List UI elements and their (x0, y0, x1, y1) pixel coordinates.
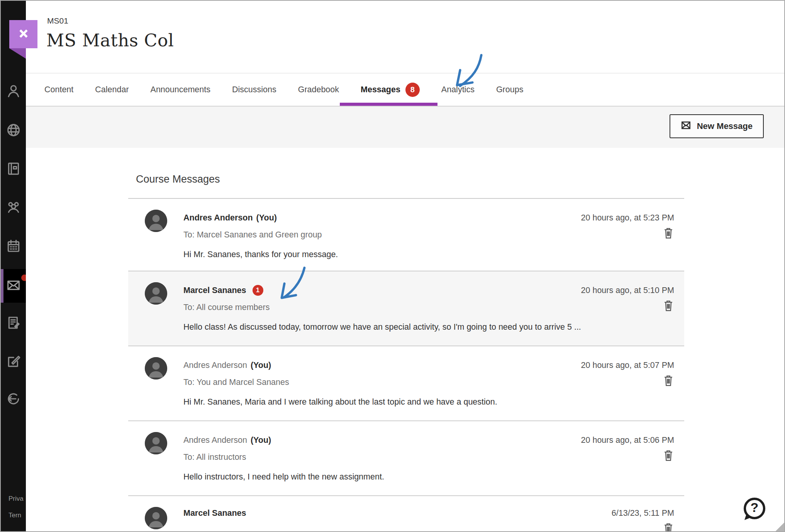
svg-text:?: ? (751, 500, 759, 515)
tab-calendar[interactable]: Calendar (84, 73, 139, 106)
message-list: Andres Anderson (You) To: Marcel Sananes… (128, 198, 684, 531)
person-icon (6, 83, 21, 100)
message-row[interactable]: Marcel Sananes 6/13/23, 5:11 PM (128, 496, 684, 531)
sender-you-suffix: (You) (251, 359, 271, 371)
tab-label: Analytics (441, 85, 475, 95)
tab-label: Groups (496, 85, 524, 95)
active-item-indicator (1, 269, 3, 303)
trash-icon (663, 457, 674, 463)
app-window: Priva Tern MS01 MS Maths Col Content Cal… (0, 0, 785, 532)
unread-count-badge: 1 (253, 285, 263, 296)
envelope-icon (681, 120, 691, 133)
recipients-line: To: All instructors (183, 451, 584, 463)
tab-messages[interactable]: Messages 8 (350, 73, 431, 106)
tab-label: Content (44, 85, 73, 95)
window-corner (776, 523, 784, 531)
course-messages-panel: Course Messages Andres Anderson (You) To… (26, 148, 784, 531)
tab-content[interactable]: Content (34, 73, 84, 106)
timestamp: 20 hours ago, at 5:23 PM (581, 212, 674, 224)
sender-line: Andres Anderson (You) (183, 434, 584, 446)
sign-out-icon (6, 391, 21, 408)
delete-message-button[interactable] (663, 299, 674, 312)
new-message-label: New Message (697, 121, 753, 131)
grades-notes-icon (6, 315, 21, 332)
messages-toolbar: New Message (26, 106, 784, 148)
avatar (145, 282, 167, 305)
sidebar-item-people-group[interactable] (1, 197, 26, 219)
sidebar-item-messages-envelope[interactable] (1, 269, 26, 303)
sender-line: Andres Anderson (You) (183, 359, 584, 371)
sender-you-suffix: (You) (256, 212, 277, 224)
course-code: MS01 (47, 16, 68, 25)
delete-message-button[interactable] (663, 449, 674, 461)
course-tab-bar: Content Calendar Announcements Discussio… (26, 73, 784, 106)
sidebar-item-globe[interactable] (1, 120, 26, 142)
message-preview: Hello instructors, I need help with the … (183, 471, 584, 483)
message-row[interactable]: Andres Anderson (You) To: All instructor… (128, 421, 684, 496)
course-header: MS01 MS Maths Col (26, 1, 784, 73)
recipients-line: To: Marcel Sananes and Green group (183, 229, 584, 241)
sidebar-item-courses-book[interactable] (1, 159, 26, 180)
tab-discussions[interactable]: Discussions (221, 73, 287, 106)
message-preview: Hi Mr. Sananes, thanks for your message. (183, 249, 584, 260)
tab-gradebook[interactable]: Gradebook (287, 73, 350, 106)
message-meta: 6/13/23, 5:11 PM (612, 507, 674, 531)
globe-icon (6, 122, 21, 139)
tab-analytics[interactable]: Analytics (431, 73, 485, 106)
avatar (145, 507, 167, 529)
tab-announcements[interactable]: Announcements (140, 73, 221, 106)
calendar-icon (6, 238, 21, 255)
help-question-bubble-icon: ? (740, 519, 768, 525)
message-row[interactable]: Andres Anderson (You) To: You and Marcel… (128, 346, 684, 421)
recipients-line: To: You and Marcel Sananes (183, 376, 584, 388)
privacy-link[interactable]: Priva (8, 495, 24, 503)
tab-label: Discussions (232, 85, 276, 95)
courses-book-icon (6, 161, 21, 178)
sidebar-item-calendar[interactable] (1, 236, 26, 258)
message-row[interactable]: Marcel Sananes 1 To: All course members … (128, 271, 684, 346)
delete-message-button[interactable] (663, 227, 674, 239)
sender-line: Andres Anderson (You) (183, 212, 584, 224)
message-meta: 20 hours ago, at 5:10 PM (581, 285, 674, 312)
global-navigation-sidebar: Priva Tern (1, 1, 26, 531)
people-group-icon (6, 200, 21, 217)
tab-label: Calendar (95, 85, 129, 95)
sidebar-item-sign-out[interactable] (1, 389, 26, 410)
new-message-button[interactable]: New Message (670, 114, 764, 138)
trash-icon (663, 234, 674, 240)
delete-message-button[interactable] (663, 522, 674, 531)
sender-name: Marcel Sananes (183, 285, 246, 296)
sidebar-item-person[interactable] (1, 81, 26, 103)
delete-message-button[interactable] (663, 374, 674, 386)
timestamp: 20 hours ago, at 5:07 PM (581, 359, 674, 371)
terms-link[interactable]: Tern (8, 512, 21, 519)
sender-name: Andres Anderson (183, 212, 253, 224)
active-tab-underline (340, 103, 437, 106)
trash-icon (663, 530, 674, 531)
message-preview: Hello class! As discussed today, tomorro… (183, 321, 584, 333)
tab-unread-badge: 8 (405, 83, 420, 97)
sidebar-item-compose[interactable] (1, 351, 26, 373)
timestamp: 20 hours ago, at 5:06 PM (581, 434, 674, 446)
main-area: MS01 MS Maths Col Content Calendar Annou… (26, 1, 784, 531)
tab-label: Announcements (151, 85, 210, 95)
close-course-button[interactable] (9, 20, 37, 48)
messages-envelope-icon (6, 278, 21, 295)
tab-groups[interactable]: Groups (485, 73, 534, 106)
recipients-line: To: All course members (183, 302, 584, 313)
avatar (145, 432, 167, 454)
section-heading: Course Messages (136, 173, 784, 185)
message-meta: 20 hours ago, at 5:23 PM (581, 212, 674, 239)
sender-line: Marcel Sananes (183, 507, 584, 519)
tab-label: Messages (361, 85, 400, 95)
sender-line: Marcel Sananes 1 (183, 285, 584, 296)
sender-name: Marcel Sananes (183, 507, 246, 519)
sidebar-item-grades-notes[interactable] (1, 313, 26, 334)
tab-label: Gradebook (298, 85, 339, 95)
help-button[interactable]: ? (740, 496, 768, 524)
message-row[interactable]: Andres Anderson (You) To: Marcel Sananes… (128, 199, 684, 271)
notification-dot (20, 274, 26, 282)
trash-icon (663, 307, 674, 313)
message-meta: 20 hours ago, at 5:06 PM (581, 434, 674, 461)
trash-icon (663, 382, 674, 388)
